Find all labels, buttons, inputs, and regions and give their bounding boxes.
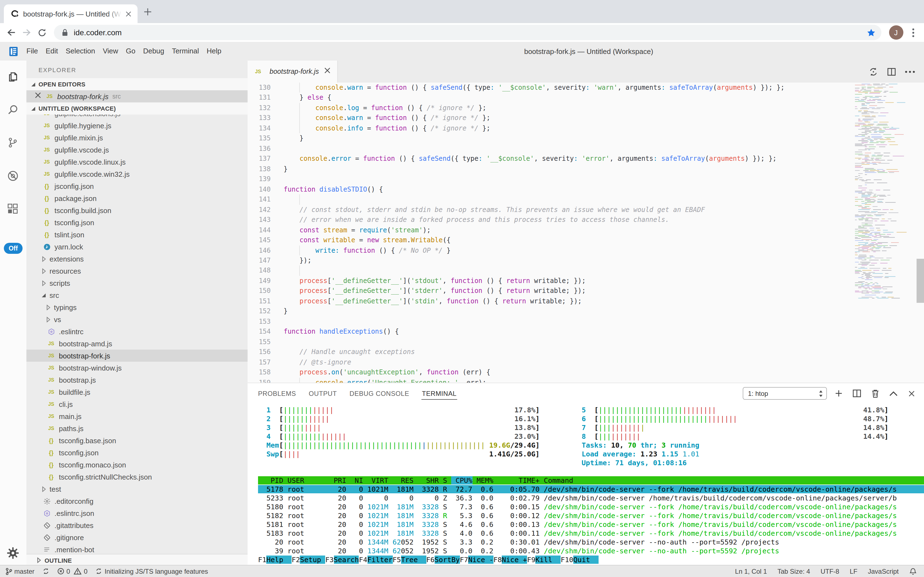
editor-scrollbar[interactable] — [917, 259, 924, 303]
tree-item-bootstrap-fork.js[interactable]: JSbootstrap-fork.js — [26, 350, 247, 362]
tab-output[interactable]: OUTPUT — [308, 388, 337, 400]
avatar[interactable]: J — [889, 25, 903, 40]
line-number: 141 — [247, 194, 271, 205]
address-bar[interactable]: ide.coder.com — [54, 25, 881, 40]
settings-button[interactable] — [6, 547, 20, 560]
tree-item-gulpfile.mixin.js[interactable]: JSgulpfile.mixin.js — [26, 132, 247, 144]
tree-item-tsconfig.monaco.json[interactable]: {}tsconfig.monaco.json — [26, 459, 247, 471]
editor-more-actions[interactable] — [903, 65, 916, 78]
terminal-select[interactable]: 1: htop — [742, 387, 827, 400]
tree-item-gulpfile.vscode.win32.js[interactable]: JSgulpfile.vscode.win32.js — [26, 168, 247, 180]
open-editors-header[interactable]: OPEN EDITORS — [26, 78, 247, 90]
menu-file[interactable]: File — [22, 42, 42, 61]
tree-item-test[interactable]: test — [26, 483, 247, 495]
split-editor-button[interactable] — [885, 65, 898, 78]
tree-item-.editorconfig[interactable]: .editorconfig — [26, 495, 247, 507]
tree-item-cli.js[interactable]: JScli.js — [26, 398, 247, 410]
back-button[interactable] — [3, 25, 19, 40]
forward-button[interactable] — [19, 25, 34, 40]
tree-item-gulpfile.vscode.js[interactable]: JSgulpfile.vscode.js — [26, 144, 247, 156]
outline-header[interactable]: OUTLINE — [26, 554, 247, 565]
editor-tab[interactable]: JS bootstrap-fork.js — [247, 61, 338, 82]
tab-debug-console[interactable]: DEBUG CONSOLE — [349, 388, 410, 400]
tree-item-tsconfig.strictNullChecks.json[interactable]: {}tsconfig.strictNullChecks.json — [26, 471, 247, 483]
tree-item-.gitignore[interactable]: .gitignore — [26, 531, 247, 543]
tree-item-.gitattributes[interactable]: .gitattributes — [26, 519, 247, 531]
menu-edit[interactable]: Edit — [42, 42, 62, 61]
new-terminal-button[interactable] — [833, 387, 845, 400]
new-tab-button[interactable] — [143, 7, 153, 16]
workspace-header[interactable]: UNTITLED (WORKSPACE) — [26, 102, 247, 114]
menu-help[interactable]: Help — [203, 42, 225, 61]
menu-debug[interactable]: Debug — [139, 42, 168, 61]
code-editor[interactable]: 130 console.warn = function () { safeSen… — [247, 82, 924, 383]
close-panel-button[interactable] — [905, 387, 918, 400]
tree-item-gulpfile.extensions.js[interactable]: JSgulpfile.extensions.js — [26, 114, 247, 119]
split-terminal-button[interactable] — [851, 387, 863, 400]
tree-item-.eslintrc.json[interactable]: .eslintrc.json — [26, 507, 247, 519]
activitybar-debug[interactable] — [6, 169, 20, 183]
activitybar-search[interactable] — [6, 103, 20, 117]
tree-item-tsconfig.json[interactable]: {}tsconfig.json — [26, 216, 247, 229]
menu-go[interactable]: Go — [122, 42, 140, 61]
tree-item-.eslintrc[interactable]: .eslintrc — [26, 326, 247, 337]
browser-tab[interactable]: bootstrap-fork.js — Untitled (W — [4, 5, 138, 23]
sync-button[interactable] — [42, 567, 49, 575]
kill-terminal-button[interactable] — [869, 387, 881, 400]
tree-item-scripts[interactable]: scripts — [26, 277, 247, 289]
tree-item-tsconfig.build.json[interactable]: {}tsconfig.build.json — [26, 204, 247, 216]
tree-item-bootstrap-amd.js[interactable]: JSbootstrap-amd.js — [26, 337, 247, 350]
tree-item-buildfile.js[interactable]: JSbuildfile.js — [26, 386, 247, 398]
indentation[interactable]: Tab Size: 4 — [778, 567, 810, 575]
reload-button[interactable] — [34, 25, 50, 40]
tree-item-gulpfile.vscode.linux.js[interactable]: JSgulpfile.vscode.linux.js — [26, 156, 247, 168]
activitybar-explorer[interactable] — [6, 71, 20, 84]
tree-item-yarn.lock[interactable]: yarn.lock — [26, 240, 247, 253]
activitybar-extensions[interactable] — [6, 203, 20, 216]
menu-terminal[interactable]: Terminal — [168, 42, 203, 61]
terminal[interactable]: 1 [|||||||||||| 17.8%] 5 [||||||||||||||… — [258, 406, 924, 565]
menu-view[interactable]: View — [99, 42, 122, 61]
bookmark-star-icon[interactable] — [866, 28, 876, 37]
eol-sequence[interactable]: LF — [850, 567, 857, 575]
tree-item-extensions[interactable]: extensions — [26, 253, 247, 265]
language-status[interactable]: Initializing JS/TS language features — [95, 567, 208, 575]
collaboration-off-badge[interactable]: Off — [4, 243, 22, 254]
tree-item-vs[interactable]: vs — [26, 313, 247, 326]
tree-item-tsconfig.json[interactable]: {}tsconfig.json — [26, 446, 247, 459]
open-changes-button[interactable] — [867, 65, 880, 78]
language-mode[interactable]: JavaScript — [868, 567, 899, 575]
notifications-bell[interactable] — [909, 567, 916, 575]
menu-selection[interactable]: Selection — [62, 42, 99, 61]
tab-problems[interactable]: PROBLEMS — [257, 388, 297, 400]
tree-item-package.json[interactable]: {}package.json — [26, 192, 247, 204]
tree-item-jsconfig.json[interactable]: {}jsconfig.json — [26, 180, 247, 192]
tab-terminal[interactable]: TERMINAL — [421, 388, 457, 400]
tree-item-tsconfig.base.json[interactable]: {}tsconfig.base.json — [26, 434, 247, 446]
minimap[interactable] — [854, 82, 917, 383]
code-line-153: 153 — [247, 317, 924, 327]
activitybar-scm[interactable] — [6, 137, 20, 150]
encoding[interactable]: UTF-8 — [821, 567, 839, 575]
open-editor-item[interactable]: JS bootstrap-fork.js src — [26, 90, 247, 102]
tree-item-typings[interactable]: typings — [26, 301, 247, 313]
close-icon[interactable] — [324, 67, 333, 76]
line-number: 156 — [247, 347, 271, 357]
branch-indicator[interactable]: master — [5, 567, 34, 575]
tree-item-resources[interactable]: resources — [26, 265, 247, 277]
cursor-position[interactable]: Ln 1, Col 1 — [735, 567, 767, 575]
tree-item-main.js[interactable]: JSmain.js — [26, 410, 247, 422]
tree-item-bootstrap-window.js[interactable]: JSbootstrap-window.js — [26, 362, 247, 374]
browser-menu-button[interactable] — [906, 26, 919, 39]
tree-item-src[interactable]: src — [26, 289, 247, 301]
screen: bootstrap-fork.js — Untitled (W ide.code… — [0, 0, 924, 577]
tree-item-tslint.json[interactable]: {}tslint.json — [26, 229, 247, 240]
problems-indicator[interactable]: 0 0 — [57, 567, 87, 575]
tree-item-paths.js[interactable]: JSpaths.js — [26, 422, 247, 434]
tab-close-button[interactable] — [124, 9, 133, 18]
maximize-panel-button[interactable] — [887, 387, 899, 400]
tree-item-gulpfile.hygiene.js[interactable]: JSgulpfile.hygiene.js — [26, 119, 247, 132]
tree-item-bootstrap.js[interactable]: JSbootstrap.js — [26, 374, 247, 386]
tree-item-.mention-bot[interactable]: .mention-bot — [26, 543, 247, 554]
close-icon[interactable] — [35, 92, 43, 101]
